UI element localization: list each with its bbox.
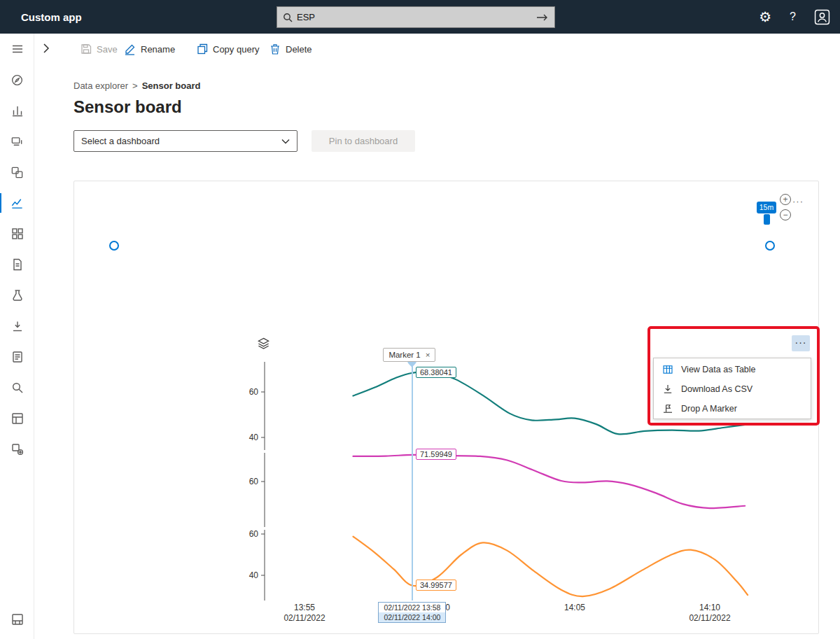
pin-to-dashboard-button[interactable]: Pin to dashboard	[312, 130, 415, 152]
pressure-marker-value: 34.99577	[416, 580, 456, 591]
search-input[interactable]	[297, 12, 536, 22]
save-label: Save	[97, 44, 118, 55]
copy-query-button[interactable]: Copy query	[197, 34, 259, 64]
left-sidebar	[0, 34, 34, 639]
rename-icon	[124, 43, 136, 55]
x-tick-1355: 13:5502/11/2022	[284, 603, 325, 624]
settings-gear-icon[interactable]: ⚙	[759, 10, 771, 24]
forms-icon[interactable]	[0, 249, 34, 280]
delete-button[interactable]: Delete	[270, 34, 312, 64]
temperature-marker-value: 68.38041	[416, 367, 456, 378]
rules-icon[interactable]	[0, 280, 34, 311]
data-export-icon[interactable]	[0, 311, 34, 342]
overview-icon[interactable]	[0, 64, 34, 95]
humidity-chart[interactable]: 60	[231, 451, 784, 527]
search-box[interactable]	[276, 6, 555, 28]
x-tick-1410: 14:1002/11/2022	[689, 603, 730, 624]
svg-text:40: 40	[249, 433, 259, 442]
search-icon	[283, 13, 293, 22]
device-groups-icon[interactable]	[0, 157, 34, 188]
zoom-range-badge: 15m	[757, 202, 776, 213]
menu-hamburger-icon[interactable]	[0, 34, 34, 64]
page-title: Sensor board	[74, 97, 182, 117]
zoom-in-icon[interactable]: +	[780, 194, 791, 205]
svg-text:60: 60	[249, 529, 259, 539]
time-range-handle-right[interactable]	[765, 241, 775, 251]
command-toolbar: Save Rename Copy query Delete	[34, 34, 840, 64]
zoom-out-icon[interactable]: −	[780, 209, 791, 220]
chart-menu-ellipsis-icon[interactable]: ···	[792, 335, 810, 351]
marker-vertical-line[interactable]	[412, 356, 413, 601]
breadcrumb-data-explorer[interactable]: Data explorer	[74, 80, 128, 91]
help-icon[interactable]: ?	[790, 10, 796, 23]
delete-label: Delete	[286, 44, 312, 55]
svg-text:40: 40	[249, 570, 259, 580]
menu-item-view-data-as-table[interactable]: View Data as Table	[654, 360, 811, 379]
dashboards-icon[interactable]	[0, 218, 34, 249]
time-range-handle-left[interactable]	[109, 241, 119, 251]
rename-button[interactable]: Rename	[124, 34, 175, 64]
humidity-marker-value: 71.59949	[416, 449, 456, 460]
breadcrumb-current: Sensor board	[142, 80, 201, 91]
marker-chip-label: Marker 1	[388, 351, 420, 359]
download-icon	[662, 384, 673, 395]
app-switcher-icon[interactable]	[0, 604, 34, 635]
svg-text:60: 60	[249, 477, 259, 486]
copy-query-label: Copy query	[213, 44, 259, 55]
menu-item-download-as-csv[interactable]: Download As CSV	[654, 379, 811, 399]
x-tick-1405: 14:05	[564, 603, 585, 613]
pressure-chart[interactable]: 6040	[231, 528, 784, 601]
breadcrumb-separator: >	[132, 80, 138, 91]
card-ellipsis-icon[interactable]: ···	[792, 196, 804, 206]
devices-icon[interactable]	[0, 126, 34, 157]
customization-icon[interactable]	[0, 403, 34, 434]
search-submit-arrow-icon[interactable]	[536, 13, 549, 22]
trash-icon	[270, 43, 281, 55]
data-explorer-icon[interactable]	[0, 188, 34, 218]
layers-icon[interactable]	[257, 337, 270, 350]
app-title: Custom app	[21, 11, 82, 23]
top-app-bar: Custom app ⚙ ?	[0, 0, 840, 34]
copy-icon	[197, 43, 208, 55]
dashboard-select-value: Select a dashboard	[81, 136, 160, 146]
svg-text:60: 60	[249, 387, 259, 397]
marker-axis-tooltip: 02/11/2022 13:58 02/11/2022 14:00	[378, 602, 446, 623]
jobs-search-icon[interactable]	[0, 372, 34, 403]
menu-item-drop-a-marker[interactable]: Drop A Marker	[654, 399, 811, 419]
dashboard-select[interactable]: Select a dashboard	[74, 130, 298, 152]
expand-sidebar-chevron-icon[interactable]	[41, 43, 52, 54]
audit-logs-icon[interactable]	[0, 342, 34, 372]
breadcrumb: Data explorer>Sensor board	[74, 80, 200, 91]
save-icon	[80, 43, 92, 55]
analytics-bars-icon[interactable]	[0, 95, 34, 126]
save-button[interactable]: Save	[80, 34, 118, 64]
chevron-down-icon	[281, 139, 290, 144]
rename-label: Rename	[141, 44, 175, 55]
administration-icon[interactable]	[0, 434, 34, 465]
account-icon[interactable]	[814, 9, 830, 25]
chart-context-menu: View Data as Table Download As CSV Drop …	[653, 358, 811, 419]
drop-marker-icon	[662, 403, 673, 414]
marker-chip[interactable]: Marker 1 ×	[383, 348, 435, 362]
zoom-range-handle[interactable]	[764, 214, 770, 225]
marker-close-icon[interactable]: ×	[426, 351, 430, 359]
table-icon	[662, 364, 673, 375]
